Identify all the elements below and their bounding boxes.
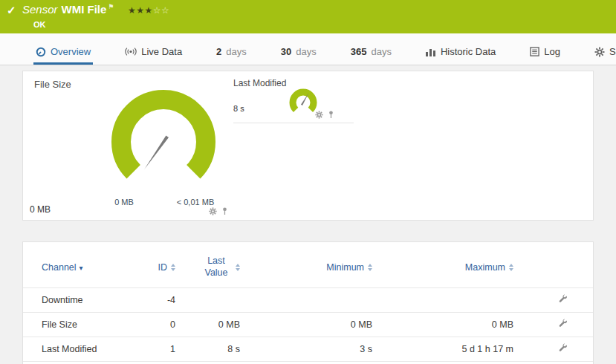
tab-label: Log (544, 46, 560, 57)
channel-last-value: 8 s (183, 337, 253, 362)
star-empty-icons[interactable]: ☆☆ (153, 5, 170, 16)
status-badge: OK (33, 20, 46, 29)
last-modified-gauge-controls (315, 111, 334, 119)
tab-overview[interactable]: Overview (33, 46, 93, 65)
gear-icon[interactable] (209, 207, 217, 215)
page-title: SensorWMI File⚑ (22, 3, 114, 16)
tab-historic-data[interactable]: Historic Data (424, 46, 498, 65)
channels-table: Channel▾ ID Last Value Minimum Maximum D… (23, 242, 593, 362)
tab-label: Live Data (141, 46, 182, 57)
content-area: File Size 0 MB < 0,01 MB 0 MB Last Modif… (0, 65, 616, 364)
file-size-gauge-controls (209, 207, 228, 215)
pin-icon[interactable] (221, 207, 228, 215)
gauges-panel: File Size 0 MB < 0,01 MB 0 MB Last Modif… (22, 71, 594, 221)
channel-maximum (387, 288, 539, 313)
sensor-header: ✓ SensorWMI File⚑ ★★★☆☆ OK (0, 0, 616, 33)
table-row[interactable]: File Size 0 0 MB 0 MB 0 MB (23, 313, 593, 337)
tab-2-days[interactable]: 2 days (214, 46, 249, 65)
tab-number: 365 (351, 46, 367, 57)
sort-icon[interactable] (171, 264, 175, 271)
flag-icon[interactable]: ⚑ (108, 3, 114, 10)
gauge-scale-max: < 0,01 MB (177, 198, 214, 207)
tab-live-data[interactable]: Live Data (123, 46, 184, 65)
channel-maximum: 0 MB (387, 313, 539, 337)
column-header-channel[interactable]: Channel▾ (23, 242, 153, 288)
tab-label: Historic Data (441, 46, 496, 57)
tab-30-days[interactable]: 30 days (279, 46, 319, 65)
tab-log[interactable]: Log (528, 46, 562, 65)
channel-last-value (183, 288, 253, 313)
channel-maximum: 5 d 1 h 17 m (387, 337, 539, 362)
tab-365-days[interactable]: 365 days (348, 46, 394, 65)
last-modified-gauge-title: Last Modified (233, 78, 286, 88)
tab-unit: days (226, 46, 246, 57)
channel-name[interactable]: File Size (23, 313, 153, 337)
tab-unit: days (296, 46, 316, 57)
column-header-actions (539, 242, 593, 288)
channel-last-value: 0 MB (183, 313, 253, 337)
tab-number: 2 (216, 46, 221, 57)
channel-actions (539, 313, 593, 337)
sort-icon[interactable] (368, 264, 372, 271)
tab-unit: days (371, 46, 391, 57)
file-size-current-value: 0 MB (30, 204, 51, 215)
check-icon: ✓ (7, 4, 16, 17)
sensor-title-prefix: Sensor (22, 3, 58, 16)
column-header-id[interactable]: ID (153, 242, 183, 288)
table-row[interactable]: Last Modified 1 8 s 3 s 5 d 1 h 17 m (23, 337, 593, 362)
sort-icon[interactable] (509, 264, 513, 271)
column-label: Minimum (326, 262, 364, 273)
table-row[interactable]: Downtime -4 (23, 288, 593, 313)
pin-icon[interactable] (328, 111, 334, 119)
log-icon (530, 47, 539, 56)
bar-chart-icon (426, 48, 436, 56)
tab-label: Overview (51, 46, 91, 57)
channel-name[interactable]: Downtime (23, 288, 153, 313)
column-label: ID (158, 262, 168, 273)
sensor-name: WMI File (62, 3, 107, 16)
column-header-minimum[interactable]: Minimum (253, 242, 387, 288)
column-header-maximum[interactable]: Maximum (387, 242, 539, 288)
last-modified-current-value: 8 s (233, 104, 244, 113)
star-filled-icons[interactable]: ★★★ (128, 5, 153, 16)
file-size-gauge-title: File Size (34, 79, 71, 90)
wrench-icon[interactable] (558, 294, 568, 304)
channel-id: 0 (153, 313, 183, 337)
tab-label: Settings (609, 46, 616, 57)
tab-settings[interactable]: Settings (592, 46, 616, 65)
divider (233, 123, 354, 123)
column-label: Last Value (201, 256, 232, 279)
priority-stars[interactable]: ★★★☆☆ (128, 5, 169, 16)
channel-minimum (253, 288, 387, 313)
channels-panel: Channel▾ ID Last Value Minimum Maximum D… (22, 241, 594, 364)
column-label: Channel (42, 262, 77, 273)
gear-icon (594, 47, 605, 57)
channel-minimum: 3 s (253, 337, 387, 362)
table-header-row: Channel▾ ID Last Value Minimum Maximum (23, 242, 593, 288)
gauge-icon (36, 47, 46, 57)
file-size-gauge (104, 82, 223, 201)
channel-id: 1 (153, 337, 183, 362)
channel-name[interactable]: Last Modified (23, 337, 153, 362)
channel-actions (539, 337, 593, 362)
tab-bar: Overview Live Data 2 days 30 days 365 da… (0, 33, 616, 65)
channel-actions (539, 288, 593, 313)
gear-icon[interactable] (315, 111, 323, 119)
broadcast-icon (125, 47, 137, 56)
channel-minimum: 0 MB (253, 313, 387, 337)
gauge-scale-min: 0 MB (114, 198, 134, 207)
column-header-last-value[interactable]: Last Value (183, 242, 253, 288)
wrench-icon[interactable] (558, 343, 568, 353)
chevron-down-icon[interactable]: ▾ (80, 264, 83, 272)
column-label: Maximum (465, 262, 505, 273)
wrench-icon[interactable] (558, 319, 568, 328)
tab-number: 30 (281, 46, 291, 57)
sort-icon[interactable] (236, 264, 240, 271)
channel-id: -4 (153, 288, 183, 313)
